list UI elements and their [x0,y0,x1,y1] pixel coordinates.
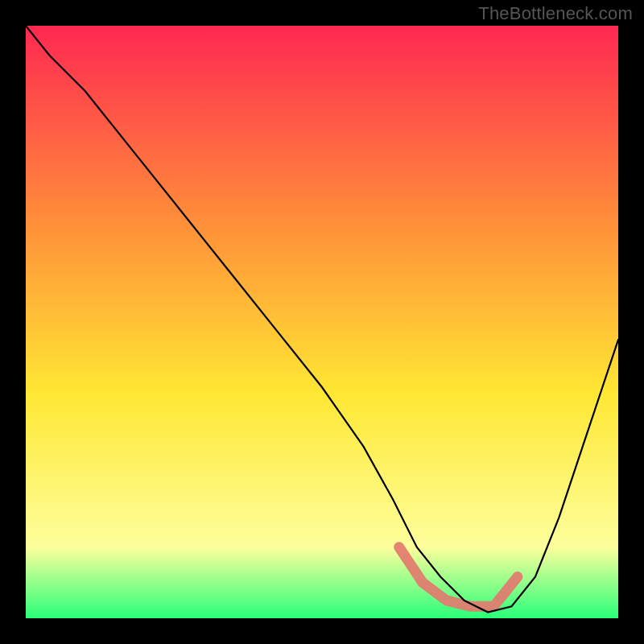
plot-svg [26,26,618,618]
bottleneck-plot [26,26,618,618]
watermark-label: TheBottleneck.com [478,3,633,24]
chart-frame: TheBottleneck.com [0,0,644,644]
gradient-background [26,26,618,618]
